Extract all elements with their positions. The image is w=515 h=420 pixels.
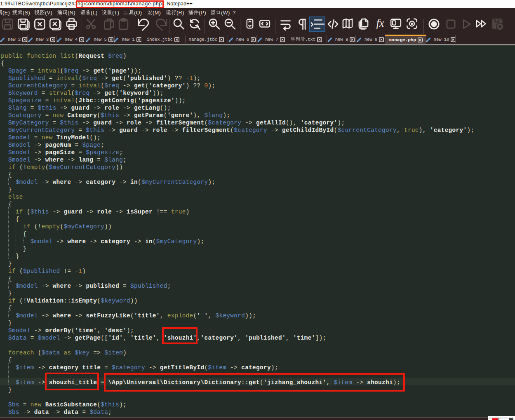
svg-text:fx: fx	[376, 17, 384, 29]
